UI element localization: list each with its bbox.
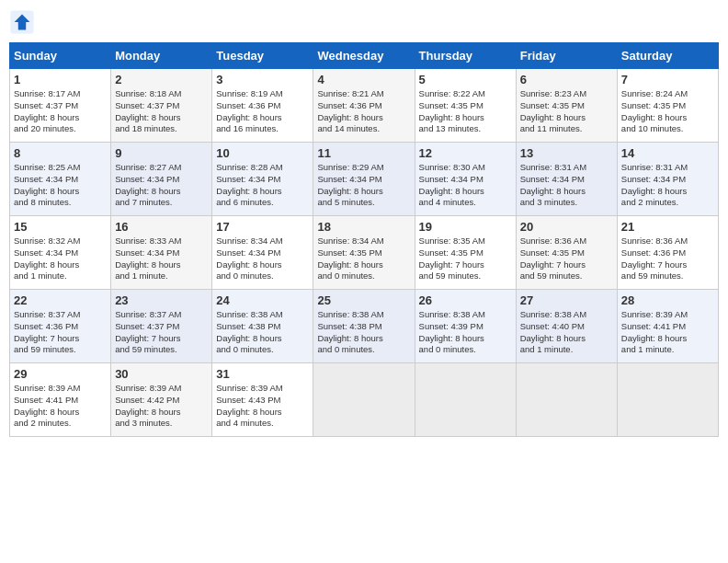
day-number: 18 <box>317 220 410 234</box>
day-info: Sunrise: 8:37 AM Sunset: 4:36 PM Dayligh… <box>14 309 107 356</box>
week-row-1: 1Sunrise: 8:17 AM Sunset: 4:37 PM Daylig… <box>10 69 719 143</box>
calendar-cell: 24Sunrise: 8:38 AM Sunset: 4:38 PM Dayli… <box>212 290 313 363</box>
calendar-cell: 13Sunrise: 8:31 AM Sunset: 4:34 PM Dayli… <box>516 143 617 216</box>
day-info: Sunrise: 8:38 AM Sunset: 4:39 PM Dayligh… <box>419 309 512 356</box>
day-number: 17 <box>216 220 309 234</box>
calendar-cell: 16Sunrise: 8:33 AM Sunset: 4:34 PM Dayli… <box>111 216 212 290</box>
day-number: 6 <box>520 73 613 86</box>
calendar-cell: 20Sunrise: 8:36 AM Sunset: 4:35 PM Dayli… <box>516 216 617 290</box>
day-number: 11 <box>317 146 410 160</box>
calendar-cell: 29Sunrise: 8:39 AM Sunset: 4:41 PM Dayli… <box>10 363 111 437</box>
day-number: 23 <box>115 293 208 307</box>
day-number: 28 <box>621 293 714 307</box>
calendar-cell: 26Sunrise: 8:38 AM Sunset: 4:39 PM Dayli… <box>415 290 516 363</box>
calendar-cell: 10Sunrise: 8:28 AM Sunset: 4:34 PM Dayli… <box>212 143 313 216</box>
week-row-3: 15Sunrise: 8:32 AM Sunset: 4:34 PM Dayli… <box>10 216 719 290</box>
day-number: 31 <box>216 367 309 381</box>
calendar-cell: 25Sunrise: 8:38 AM Sunset: 4:38 PM Dayli… <box>313 290 415 363</box>
calendar-cell: 27Sunrise: 8:38 AM Sunset: 4:40 PM Dayli… <box>516 290 617 363</box>
day-info: Sunrise: 8:39 AM Sunset: 4:41 PM Dayligh… <box>621 309 714 356</box>
day-number: 27 <box>520 293 613 307</box>
logo <box>9 9 39 35</box>
day-info: Sunrise: 8:18 AM Sunset: 4:37 PM Dayligh… <box>115 88 208 135</box>
calendar-cell: 3Sunrise: 8:19 AM Sunset: 4:36 PM Daylig… <box>212 69 313 143</box>
day-info: Sunrise: 8:34 AM Sunset: 4:34 PM Dayligh… <box>216 236 309 282</box>
day-number: 30 <box>115 367 208 381</box>
calendar-cell: 18Sunrise: 8:34 AM Sunset: 4:35 PM Dayli… <box>313 216 415 290</box>
calendar-cell: 30Sunrise: 8:39 AM Sunset: 4:42 PM Dayli… <box>111 363 212 437</box>
day-info: Sunrise: 8:38 AM Sunset: 4:38 PM Dayligh… <box>216 309 309 356</box>
day-info: Sunrise: 8:36 AM Sunset: 4:36 PM Dayligh… <box>621 236 714 282</box>
day-info: Sunrise: 8:24 AM Sunset: 4:35 PM Dayligh… <box>621 88 714 135</box>
day-info: Sunrise: 8:17 AM Sunset: 4:37 PM Dayligh… <box>14 88 107 135</box>
day-number: 26 <box>419 293 512 307</box>
day-info: Sunrise: 8:33 AM Sunset: 4:34 PM Dayligh… <box>115 236 208 282</box>
week-row-5: 29Sunrise: 8:39 AM Sunset: 4:41 PM Dayli… <box>10 363 719 437</box>
header-day-saturday: Saturday <box>617 43 718 69</box>
day-number: 10 <box>216 146 309 160</box>
day-number: 22 <box>14 293 107 307</box>
calendar-cell: 5Sunrise: 8:22 AM Sunset: 4:35 PM Daylig… <box>415 69 516 143</box>
calendar-cell: 31Sunrise: 8:39 AM Sunset: 4:43 PM Dayli… <box>212 363 313 437</box>
day-info: Sunrise: 8:25 AM Sunset: 4:34 PM Dayligh… <box>14 162 107 209</box>
calendar-cell <box>617 363 718 437</box>
day-info: Sunrise: 8:39 AM Sunset: 4:42 PM Dayligh… <box>115 383 208 430</box>
day-number: 8 <box>14 146 107 160</box>
svg-rect-2 <box>18 18 26 25</box>
day-number: 15 <box>14 220 107 234</box>
week-row-4: 22Sunrise: 8:37 AM Sunset: 4:36 PM Dayli… <box>10 290 719 363</box>
day-info: Sunrise: 8:30 AM Sunset: 4:34 PM Dayligh… <box>419 162 512 209</box>
calendar-cell: 14Sunrise: 8:31 AM Sunset: 4:34 PM Dayli… <box>617 143 718 216</box>
day-info: Sunrise: 8:23 AM Sunset: 4:35 PM Dayligh… <box>520 88 613 135</box>
calendar-cell: 7Sunrise: 8:24 AM Sunset: 4:35 PM Daylig… <box>617 69 718 143</box>
day-number: 3 <box>216 73 309 86</box>
day-info: Sunrise: 8:21 AM Sunset: 4:36 PM Dayligh… <box>317 88 410 135</box>
day-info: Sunrise: 8:31 AM Sunset: 4:34 PM Dayligh… <box>520 162 613 209</box>
day-number: 21 <box>621 220 714 234</box>
header-day-thursday: Thursday <box>415 43 516 69</box>
day-number: 1 <box>14 73 107 86</box>
calendar-cell: 4Sunrise: 8:21 AM Sunset: 4:36 PM Daylig… <box>313 69 415 143</box>
calendar-cell: 9Sunrise: 8:27 AM Sunset: 4:34 PM Daylig… <box>111 143 212 216</box>
header-day-sunday: Sunday <box>10 43 111 69</box>
day-number: 20 <box>520 220 613 234</box>
logo-icon <box>9 9 35 35</box>
day-number: 13 <box>520 146 613 160</box>
day-info: Sunrise: 8:37 AM Sunset: 4:37 PM Dayligh… <box>115 309 208 356</box>
calendar-cell <box>516 363 617 437</box>
day-info: Sunrise: 8:27 AM Sunset: 4:34 PM Dayligh… <box>115 162 208 209</box>
calendar-cell: 1Sunrise: 8:17 AM Sunset: 4:37 PM Daylig… <box>10 69 111 143</box>
calendar-cell: 23Sunrise: 8:37 AM Sunset: 4:37 PM Dayli… <box>111 290 212 363</box>
calendar-cell: 12Sunrise: 8:30 AM Sunset: 4:34 PM Dayli… <box>415 143 516 216</box>
day-number: 5 <box>419 73 512 86</box>
day-info: Sunrise: 8:34 AM Sunset: 4:35 PM Dayligh… <box>317 236 410 282</box>
day-number: 2 <box>115 73 208 86</box>
calendar-cell: 6Sunrise: 8:23 AM Sunset: 4:35 PM Daylig… <box>516 69 617 143</box>
calendar-cell: 11Sunrise: 8:29 AM Sunset: 4:34 PM Dayli… <box>313 143 415 216</box>
day-number: 7 <box>621 73 714 86</box>
calendar-cell: 19Sunrise: 8:35 AM Sunset: 4:35 PM Dayli… <box>415 216 516 290</box>
day-info: Sunrise: 8:29 AM Sunset: 4:34 PM Dayligh… <box>317 162 410 209</box>
day-number: 14 <box>621 146 714 160</box>
day-info: Sunrise: 8:36 AM Sunset: 4:35 PM Dayligh… <box>520 236 613 282</box>
day-number: 19 <box>419 220 512 234</box>
day-info: Sunrise: 8:39 AM Sunset: 4:41 PM Dayligh… <box>14 383 107 430</box>
header-day-friday: Friday <box>516 43 617 69</box>
header-row: SundayMondayTuesdayWednesdayThursdayFrid… <box>10 43 719 69</box>
header <box>9 9 719 35</box>
header-day-monday: Monday <box>111 43 212 69</box>
day-number: 4 <box>317 73 410 86</box>
day-number: 9 <box>115 146 208 160</box>
day-number: 16 <box>115 220 208 234</box>
day-info: Sunrise: 8:38 AM Sunset: 4:38 PM Dayligh… <box>317 309 410 356</box>
day-info: Sunrise: 8:39 AM Sunset: 4:43 PM Dayligh… <box>216 383 309 430</box>
header-day-wednesday: Wednesday <box>313 43 415 69</box>
day-info: Sunrise: 8:31 AM Sunset: 4:34 PM Dayligh… <box>621 162 714 209</box>
day-number: 12 <box>419 146 512 160</box>
calendar-cell: 2Sunrise: 8:18 AM Sunset: 4:37 PM Daylig… <box>111 69 212 143</box>
day-info: Sunrise: 8:28 AM Sunset: 4:34 PM Dayligh… <box>216 162 309 209</box>
calendar-table: SundayMondayTuesdayWednesdayThursdayFrid… <box>9 42 719 437</box>
calendar-cell: 17Sunrise: 8:34 AM Sunset: 4:34 PM Dayli… <box>212 216 313 290</box>
day-info: Sunrise: 8:22 AM Sunset: 4:35 PM Dayligh… <box>419 88 512 135</box>
day-info: Sunrise: 8:32 AM Sunset: 4:34 PM Dayligh… <box>14 236 107 282</box>
